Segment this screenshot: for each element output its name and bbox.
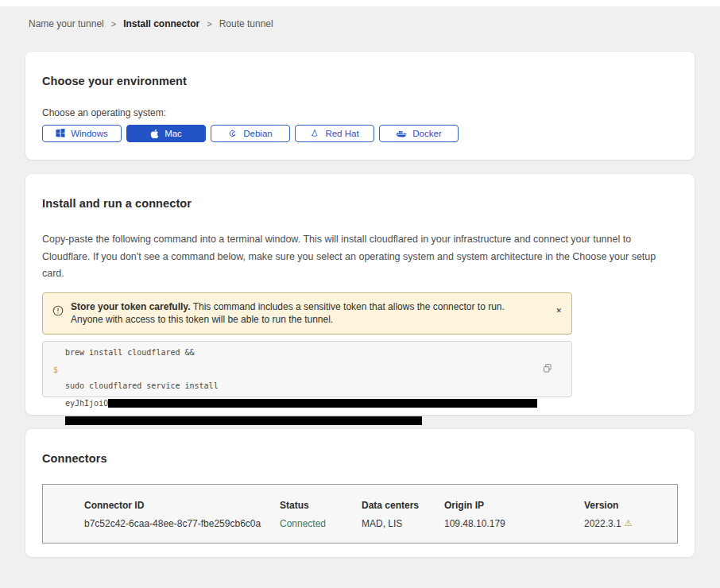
os-button-mac[interactable]: Mac <box>126 125 206 142</box>
breadcrumb-route-tunnel[interactable]: Route tunnel <box>219 18 273 29</box>
breadcrumb-install-connector[interactable]: Install connector <box>123 18 199 29</box>
col-data-centers: Data centers <box>362 500 444 511</box>
connector-id-value: b7c52c42-6caa-48ee-8c77-fbe259cb6c0a <box>84 518 280 529</box>
redhat-icon <box>310 129 319 139</box>
os-button-windows[interactable]: Windows <box>42 125 122 142</box>
token-warning-banner: Store your token carefully. This command… <box>42 292 572 335</box>
os-button-label: Windows <box>71 129 108 138</box>
col-origin-ip: Origin IP <box>444 500 584 511</box>
connectors-table: Connector ID Status Data centers Origin … <box>42 484 678 544</box>
code-line-2: sudo cloudflared service install <box>65 382 571 391</box>
docker-icon <box>396 130 407 138</box>
redacted-token-bar-2 <box>65 416 422 425</box>
debian-icon <box>228 129 238 138</box>
copy-icon[interactable] <box>541 362 554 377</box>
os-button-group: Windows Mac Debian Red Hat <box>42 125 678 142</box>
code-line-token: eyJhIjoiO <box>65 399 571 408</box>
os-select-label: Choose an operating system: <box>42 107 678 118</box>
warning-text: Store your token carefully. This command… <box>71 300 528 327</box>
origin-ip-value: 109.48.10.179 <box>444 518 584 529</box>
info-circle-icon <box>52 305 64 319</box>
col-status: Status <box>280 500 362 511</box>
redacted-token-bar-1 <box>108 399 537 408</box>
windows-icon <box>56 129 65 138</box>
breadcrumb-separator: > <box>207 19 211 29</box>
breadcrumb-separator: > <box>111 19 116 29</box>
terminal-prompt: $ <box>53 366 58 374</box>
version-warning-icon: ⚠ <box>625 519 633 528</box>
environment-card-title: Choose your environment <box>42 75 678 87</box>
data-centers-value: MAD, LIS <box>362 518 444 529</box>
os-button-redhat[interactable]: Red Hat <box>295 125 374 142</box>
os-button-label: Mac <box>165 129 182 138</box>
os-button-label: Debian <box>243 129 272 138</box>
top-strip <box>0 0 720 6</box>
connectors-card-title: Connectors <box>42 452 678 465</box>
close-icon[interactable]: ✕ <box>555 307 562 315</box>
install-card-title: Install and run a connector <box>42 197 678 210</box>
col-version: Version <box>584 500 677 511</box>
install-description: Copy-paste the following command into a … <box>42 231 674 283</box>
terminal-code: brew install cloudflared && sudo cloudfl… <box>65 349 571 426</box>
code-line-blank <box>65 366 571 374</box>
warning-title: Store your token carefully. <box>71 301 191 312</box>
os-button-docker[interactable]: Docker <box>379 125 459 142</box>
os-button-debian[interactable]: Debian <box>211 125 290 142</box>
terminal-command-block: $ brew install cloudflared && sudo cloud… <box>42 341 572 397</box>
breadcrumb-name-your-tunnel[interactable]: Name your tunnel <box>29 18 104 29</box>
col-connector-id: Connector ID <box>84 500 280 511</box>
os-button-label: Docker <box>412 129 441 138</box>
version-value: 2022.3.1 ⚠ <box>584 518 677 529</box>
main-content: Choose your environment Choose an operat… <box>25 52 695 557</box>
connectors-card: Connectors Connector ID Status Data cent… <box>25 429 695 557</box>
code-line-1: brew install cloudflared && <box>65 349 571 358</box>
connector-row: b7c52c42-6caa-48ee-8c77-fbe259cb6c0a Con… <box>84 518 677 529</box>
breadcrumb: Name your tunnel > Install connector > R… <box>0 6 720 29</box>
environment-card: Choose your environment Choose an operat… <box>25 52 695 160</box>
os-button-label: Red Hat <box>325 129 358 138</box>
connectors-table-header: Connector ID Status Data centers Origin … <box>84 500 677 511</box>
apple-icon <box>150 129 159 139</box>
status-badge: Connected <box>280 518 362 529</box>
install-card: Install and run a connector Copy-paste t… <box>25 174 695 415</box>
